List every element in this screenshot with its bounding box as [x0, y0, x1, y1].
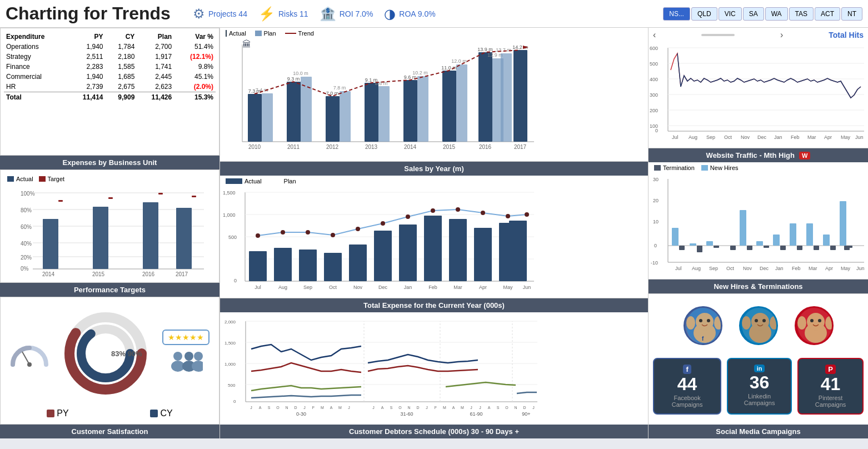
roi-icon: 🏦 [320, 6, 336, 22]
svg-text:10.2 m: 10.2 m [412, 70, 428, 76]
svg-text:May: May [841, 266, 851, 271]
expenditure-table: Expenditure PY CY Plan Var % Operations … [4, 32, 216, 102]
svg-rect-43 [248, 94, 262, 142]
svg-text:2015: 2015 [92, 271, 105, 277]
svg-point-268 [807, 313, 825, 331]
svg-text:J: J [303, 406, 306, 410]
state-tab-wa[interactable]: WA [765, 7, 788, 21]
svg-text:Dec: Dec [757, 134, 767, 140]
svg-rect-56 [378, 86, 390, 142]
state-tab-ns[interactable]: NS... [663, 7, 690, 21]
expenses-section-label: Expenses by Business Unit [0, 156, 220, 169]
svg-text:80%: 80% [21, 207, 32, 213]
svg-text:Feb: Feb [428, 285, 437, 290]
svg-text:Jul: Jul [672, 134, 679, 140]
svg-text:Aug: Aug [278, 285, 287, 290]
svg-point-107 [256, 233, 260, 238]
col-cy: CY [105, 32, 137, 42]
svg-text:J: J [372, 406, 375, 410]
svg-point-35 [173, 352, 182, 361]
svg-text:S: S [390, 406, 393, 410]
svg-text:2011: 2011 [287, 144, 300, 150]
state-tab-tas[interactable]: TAS [789, 7, 814, 21]
state-tab-act[interactable]: ACT [815, 7, 840, 21]
linkedin-avatar [739, 306, 778, 345]
svg-point-39 [194, 352, 203, 361]
svg-rect-67 [478, 52, 492, 142]
svg-text:61-90: 61-90 [470, 411, 482, 417]
table-row: Operations 1,940 1,784 2,700 51.4% [4, 42, 216, 52]
svg-text:O: O [505, 406, 508, 410]
py-label: PY [57, 408, 68, 418]
hires-legend: Termination New Hires [648, 162, 868, 173]
svg-text:Jul: Jul [675, 266, 682, 271]
sales-chart-panel: Actual Plan Trend [220, 28, 648, 162]
svg-rect-95 [249, 251, 267, 281]
svg-text:2014: 2014 [42, 271, 55, 277]
kpi-roa[interactable]: ◑ ROA 9.0% [384, 6, 435, 22]
kpi-roi[interactable]: 🏦 ROI 7.0% [320, 6, 373, 22]
table-row: Finance 2,283 1,585 1,741 9.8% [4, 62, 216, 72]
svg-text:0: 0 [234, 278, 237, 283]
svg-text:M: M [338, 406, 342, 410]
svg-text:Sep: Sep [303, 285, 312, 290]
kpi-risks[interactable]: ⚡ Risks 11 [258, 6, 308, 22]
social-section-label: Social Media Campaigns [648, 425, 868, 438]
svg-rect-106 [509, 221, 527, 281]
svg-rect-44 [262, 93, 273, 142]
svg-point-115 [456, 207, 460, 212]
svg-rect-104 [474, 228, 492, 281]
kpi-projects[interactable]: ⚙ Projects 44 [193, 6, 247, 22]
svg-point-108 [281, 230, 285, 235]
svg-text:D: D [416, 406, 419, 410]
svg-text:O: O [276, 406, 280, 410]
svg-text:2016: 2016 [479, 144, 492, 150]
satisfaction-right: ★★★★★ [162, 330, 209, 377]
svg-text:May: May [841, 134, 851, 140]
svg-rect-235 [840, 201, 846, 246]
pi-label: Pinterest Campaigns [806, 395, 855, 408]
term-legend: Termination [663, 164, 695, 171]
traffic-next-arrow[interactable]: › [780, 30, 783, 40]
state-tab-nt[interactable]: NT [841, 7, 862, 21]
li-label: Linkedin Campaigns [736, 393, 783, 406]
satisfaction-section-label: Customer Satisfaction [0, 425, 220, 438]
svg-text:O: O [398, 406, 402, 410]
debtors-panel: 2,000 1,500 1,000 500 0 J [220, 312, 648, 425]
svg-text:13.9 m: 13.9 m [477, 47, 493, 52]
sales-section-label: Sales by Year (m) [220, 162, 648, 176]
svg-text:500: 500 [228, 383, 236, 388]
svg-text:9.3 m: 9.3 m [287, 76, 300, 82]
svg-rect-224 [747, 246, 752, 250]
svg-text:0: 0 [655, 128, 658, 133]
website-section-label: Website Traffic - Mth High W [648, 148, 868, 162]
svg-rect-219 [706, 241, 713, 246]
svg-text:Feb: Feb [792, 266, 801, 271]
svg-text:Apr: Apr [825, 266, 833, 271]
satisfaction-legend: PY CY [4, 406, 216, 421]
py-swatch [47, 410, 54, 417]
expense-cy-panel: Actual Plan 1,500 1,000 500 0 [220, 176, 648, 298]
star-rating: ★★★★★ [162, 330, 209, 345]
state-tab-qld[interactable]: QLD [691, 7, 717, 21]
svg-text:83% 90%: 83% 90% [111, 350, 142, 358]
traffic-prev-arrow[interactable]: ‹ [653, 30, 656, 40]
svg-rect-223 [740, 210, 746, 246]
facebook-badge: f 44 Facebook Campaigns [653, 358, 721, 415]
traffic-chart: 600 500 400 300 200 100 0 Jul [648, 42, 868, 148]
svg-point-261 [751, 313, 769, 331]
state-tab-sa[interactable]: SA [743, 7, 764, 21]
kpi-projects-label: Projects 44 [208, 9, 247, 18]
state-tab-vic[interactable]: VIC [719, 7, 742, 21]
svg-point-253 [696, 313, 714, 331]
svg-rect-103 [449, 219, 467, 281]
svg-text:Dec: Dec [760, 266, 769, 271]
svg-rect-217 [690, 243, 696, 246]
svg-text:Jan: Jan [774, 134, 782, 140]
svg-point-271 [797, 316, 806, 330]
kpi-bar: ⚙ Projects 44 ⚡ Risks 11 🏦 ROI 7.0% ◑ RO… [193, 6, 663, 22]
roa-icon: ◑ [384, 6, 396, 22]
svg-text:Oct: Oct [724, 134, 732, 140]
svg-text:500: 500 [650, 61, 658, 67]
svg-text:1,500: 1,500 [223, 190, 236, 196]
